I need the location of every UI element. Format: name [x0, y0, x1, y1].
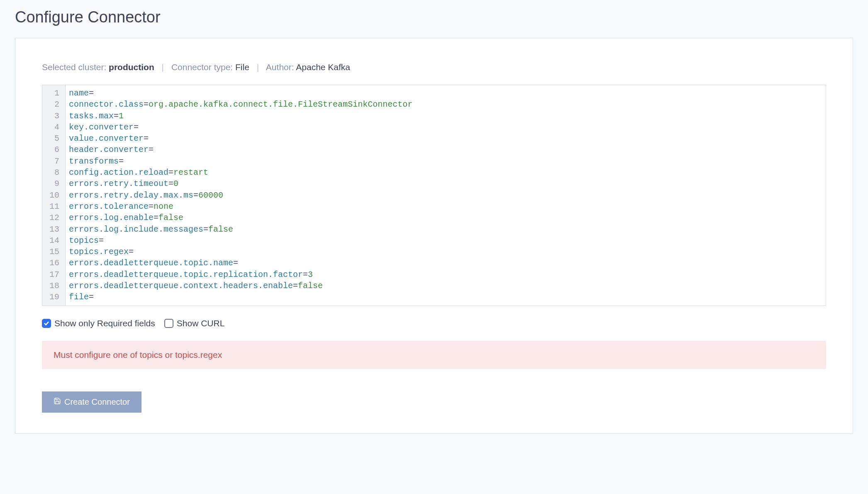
checkbox-unchecked-icon — [164, 319, 173, 328]
config-equals: = — [144, 134, 149, 143]
config-line[interactable]: header.converter= — [69, 144, 826, 155]
line-number: 17 — [42, 269, 62, 280]
type-value: File — [235, 62, 249, 72]
show-curl-label: Show CURL — [177, 318, 225, 328]
config-line[interactable]: name= — [69, 88, 826, 99]
config-key: errors.deadletterqueue.topic.name — [69, 258, 233, 268]
config-equals: = — [144, 100, 149, 109]
type-label: Connector type: — [171, 62, 233, 72]
config-line[interactable]: errors.deadletterqueue.topic.name= — [69, 257, 826, 269]
error-alert: Must configure one of topics or topics.r… — [42, 341, 826, 369]
config-equals: = — [149, 145, 154, 154]
meta-separator: | — [162, 62, 164, 72]
config-value: 0 — [173, 179, 178, 188]
config-equals: = — [119, 157, 124, 166]
config-line[interactable]: key.converter= — [69, 122, 826, 133]
config-key: errors.deadletterqueue.topic.replication… — [69, 270, 303, 279]
config-key: key.converter — [69, 122, 134, 132]
config-equals: = — [89, 88, 94, 98]
line-number: 7 — [42, 156, 62, 167]
config-key: transforms — [69, 157, 119, 166]
cluster-value: production — [109, 62, 154, 72]
config-equals: = — [203, 225, 208, 234]
config-line[interactable]: transforms= — [69, 156, 826, 167]
config-key: topics.regex — [69, 247, 129, 257]
save-icon — [54, 397, 61, 407]
config-editor[interactable]: 12345678910111213141516171819 name=conne… — [42, 85, 826, 306]
line-number: 9 — [42, 178, 62, 189]
config-line[interactable]: file= — [69, 291, 826, 303]
config-value: restart — [173, 168, 208, 177]
config-line[interactable]: errors.retry.delay.max.ms=60000 — [69, 190, 826, 201]
checkbox-checked-icon — [42, 319, 51, 328]
config-value: false — [158, 213, 183, 223]
config-value: false — [298, 281, 323, 291]
create-connector-button[interactable]: Create Connector — [42, 391, 141, 413]
config-line[interactable]: errors.log.enable=false — [69, 212, 826, 223]
line-number: 5 — [42, 133, 62, 144]
line-number: 14 — [42, 235, 62, 246]
line-number: 6 — [42, 144, 62, 155]
config-key: connector.class — [69, 100, 144, 109]
line-number: 19 — [42, 291, 62, 303]
config-value: 60000 — [198, 191, 223, 200]
show-required-checkbox[interactable]: Show only Required fields — [42, 318, 155, 328]
config-equals: = — [303, 270, 308, 279]
config-key: header.converter — [69, 145, 149, 154]
config-line[interactable]: errors.log.include.messages=false — [69, 224, 826, 235]
line-number: 16 — [42, 257, 62, 269]
config-value: none — [154, 202, 173, 211]
meta-separator: | — [257, 62, 259, 72]
config-equals: = — [89, 292, 94, 302]
config-key: tasks.max — [69, 111, 114, 121]
config-key: errors.log.enable — [69, 213, 154, 223]
config-line[interactable]: value.converter= — [69, 133, 826, 144]
create-connector-button-label: Create Connector — [64, 397, 130, 407]
config-key: errors.retry.timeout — [69, 179, 168, 188]
config-line[interactable]: topics.regex= — [69, 246, 826, 257]
config-equals: = — [99, 236, 104, 245]
config-equals: = — [149, 202, 154, 211]
page-title: Configure Connector — [15, 8, 853, 26]
show-required-label: Show only Required fields — [54, 318, 155, 328]
config-line[interactable]: errors.deadletterqueue.topic.replication… — [69, 269, 826, 280]
config-line[interactable]: connector.class=org.apache.kafka.connect… — [69, 99, 826, 110]
line-number: 15 — [42, 246, 62, 257]
config-equals: = — [129, 247, 134, 257]
line-number: 13 — [42, 224, 62, 235]
config-key: errors.tolerance — [69, 202, 149, 211]
line-number-gutter: 12345678910111213141516171819 — [42, 85, 66, 306]
config-line[interactable]: errors.tolerance=none — [69, 201, 826, 212]
config-value: org.apache.kafka.connect.file.FileStream… — [149, 100, 412, 109]
config-line[interactable]: errors.retry.timeout=0 — [69, 178, 826, 189]
meta-line: Selected cluster: production | Connector… — [42, 62, 826, 72]
config-equals: = — [233, 258, 238, 268]
line-number: 2 — [42, 99, 62, 110]
config-key: config.action.reload — [69, 168, 168, 177]
line-number: 18 — [42, 280, 62, 291]
config-equals: = — [193, 191, 198, 200]
config-key: errors.retry.delay.max.ms — [69, 191, 193, 200]
config-equals: = — [154, 213, 158, 223]
config-key: topics — [69, 236, 99, 245]
config-panel: Selected cluster: production | Connector… — [15, 38, 853, 434]
line-number: 4 — [42, 122, 62, 133]
config-equals: = — [114, 111, 119, 121]
line-number: 1 — [42, 88, 62, 99]
show-curl-checkbox[interactable]: Show CURL — [164, 318, 225, 328]
line-number: 12 — [42, 212, 62, 223]
config-code-lines[interactable]: name=connector.class=org.apache.kafka.co… — [66, 85, 826, 306]
author-value: Apache Kafka — [296, 62, 350, 72]
line-number: 10 — [42, 190, 62, 201]
cluster-label: Selected cluster: — [42, 62, 106, 72]
config-equals: = — [134, 122, 139, 132]
config-value: 3 — [308, 270, 313, 279]
config-line[interactable]: errors.deadletterqueue.context.headers.e… — [69, 280, 826, 291]
config-line[interactable]: topics= — [69, 235, 826, 246]
line-number: 8 — [42, 167, 62, 178]
line-number: 3 — [42, 110, 62, 122]
line-number: 11 — [42, 201, 62, 212]
config-line[interactable]: tasks.max=1 — [69, 110, 826, 122]
config-line[interactable]: config.action.reload=restart — [69, 167, 826, 178]
config-equals: = — [293, 281, 298, 291]
